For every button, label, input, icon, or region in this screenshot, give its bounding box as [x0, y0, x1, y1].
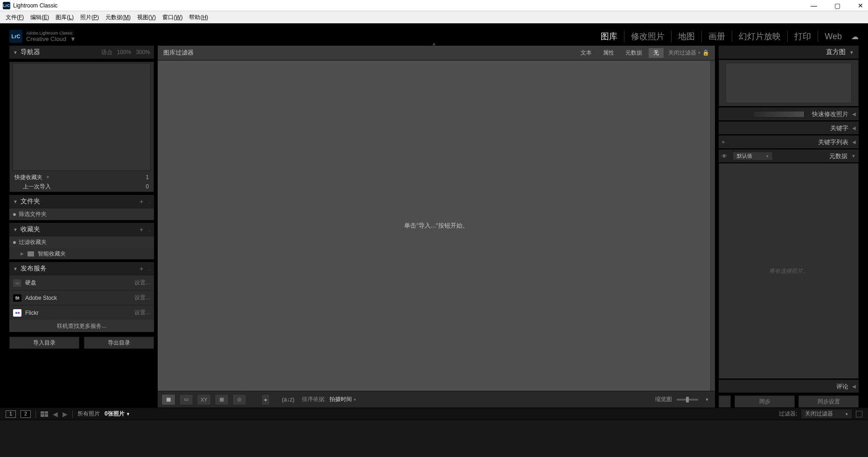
histogram-header[interactable]: 直方图 ▼ — [719, 46, 859, 59]
secondary-monitor-button[interactable]: 2 — [21, 410, 31, 418]
close-button[interactable]: ✕ — [856, 2, 865, 9]
collections-header[interactable]: ▼ 收藏夹 +. — [9, 223, 154, 236]
quick-develop-header[interactable]: 快速修改照片 ◀ — [719, 107, 859, 120]
menu-metadata[interactable]: 元数据(M) — [103, 13, 133, 22]
module-slideshow[interactable]: 幻灯片放映 — [732, 31, 788, 42]
nav-back-icon[interactable]: ◀ — [53, 410, 58, 418]
hdd-icon: ▭ — [13, 279, 21, 287]
publish-service-flickr[interactable]: Flickr 设置... — [9, 305, 154, 320]
folders-header[interactable]: ▼ 文件夹 +. — [9, 195, 154, 208]
cloud-sync-icon[interactable]: ☁ — [851, 32, 859, 41]
menu-edit[interactable]: 编辑(E) — [28, 13, 52, 22]
nav-fwd-icon[interactable]: ▶ — [63, 410, 68, 418]
publish-service-hdd[interactable]: ▭ 硬盘 设置... — [9, 275, 154, 290]
histogram-title: 直方图 — [826, 48, 846, 56]
keywords-header[interactable]: 关键字 ◀ — [719, 121, 859, 134]
module-develop[interactable]: 修改照片 — [624, 31, 672, 42]
film-filter-select[interactable]: 关闭过滤器▾ — [801, 409, 852, 419]
thumb-size-slider[interactable] — [677, 399, 698, 401]
stock-setup[interactable]: 设置... — [134, 294, 150, 302]
keyword-list-header[interactable]: + 关键字列表 ◀ — [719, 135, 859, 148]
module-library[interactable]: 图库 — [594, 31, 624, 42]
zoom-fit[interactable]: 适合 — [101, 48, 112, 56]
flickr-setup[interactable]: 设置... — [134, 309, 150, 317]
painter-tool-button[interactable]: ● — [261, 394, 270, 405]
comments-header[interactable]: 评论 ◀ — [719, 380, 859, 393]
filter-collections-row[interactable]: 过滤收藏夹 — [9, 236, 154, 248]
metadata-preset[interactable]: 默认值▾ — [733, 152, 773, 160]
chevron-left-icon: ◀ — [852, 384, 856, 389]
identity-plate[interactable]: Adobe Lightroom Classic Creative Cloud ▼ — [26, 31, 76, 42]
filmstrip[interactable] — [0, 420, 868, 457]
hdd-setup[interactable]: 设置... — [134, 279, 150, 287]
add-folder-button[interactable]: + — [139, 198, 144, 205]
grid-view-button[interactable]: ▦ — [161, 394, 175, 405]
filter-tab-none[interactable]: 无 — [649, 48, 664, 58]
people-view-button[interactable]: ◎ — [232, 394, 246, 405]
module-book[interactable]: 画册 — [702, 31, 732, 42]
window-titlebar: LrC Lightroom Classic — ▢ ✕ — [0, 0, 868, 11]
sync-button[interactable]: 同步 — [735, 395, 795, 408]
menu-window[interactable]: 窗口(W) — [160, 13, 185, 22]
filter-lock-button[interactable] — [856, 411, 862, 417]
module-print[interactable]: 打印 — [788, 31, 818, 42]
module-map[interactable]: 地图 — [672, 31, 702, 42]
filter-tab-meta[interactable]: 元数据 — [621, 48, 647, 58]
add-collection While-button[interactable]: + — [139, 226, 144, 233]
comments-title: 评论 — [836, 382, 848, 391]
folders-title: 文件夹 — [21, 197, 40, 206]
navigator-preview: 快捷收藏夹 + 1 上一次导入 0 — [9, 62, 154, 192]
window-title: Lightroom Classic — [13, 2, 57, 9]
lock-icon[interactable]: 🔒 — [702, 49, 709, 56]
survey-view-button[interactable]: ▦ — [215, 394, 229, 405]
publish-service-stock[interactable]: St Adobe Stock 设置... — [9, 290, 154, 305]
grid-icon[interactable] — [41, 411, 48, 417]
filter-folders-row[interactable]: 筛选文件夹 — [9, 208, 154, 220]
sort-dir-icon[interactable]: (a↓z) — [282, 396, 294, 403]
catalog-last-import[interactable]: 上一次导入 0 — [10, 181, 154, 192]
find-more-services[interactable]: 联机查找更多服务... — [9, 320, 154, 332]
loupe-view-button[interactable]: ▭ — [179, 394, 193, 405]
add-publish-button[interactable]: + — [139, 265, 144, 272]
zoom-100[interactable]: 100% — [117, 49, 132, 55]
last-import-count: 0 — [146, 183, 149, 190]
minimize-button[interactable]: — — [809, 2, 819, 9]
smart-collections-row[interactable]: ▶ 智能收藏夹 — [9, 248, 154, 259]
film-filter-label: 过滤器: — [779, 410, 797, 418]
menu-view[interactable]: 视图(V) — [134, 13, 159, 22]
source-label[interactable]: 所有照片 — [77, 410, 100, 418]
close-filter-label[interactable]: 关闭过滤器 — [668, 49, 696, 57]
quick-collection-count protested-count: 1 — [146, 174, 149, 180]
eye-icon[interactable]: 👁 — [721, 153, 727, 159]
menu-library[interactable]: 图库(L) — [53, 13, 77, 22]
canvas-scrollbar[interactable] — [710, 61, 715, 391]
menu-photo[interactable]: 照片(P) — [77, 13, 102, 22]
collapse-header-icon[interactable]: ▲ — [432, 41, 436, 46]
primary-monitor-button[interactable]: 1 — [6, 410, 16, 418]
sort-value[interactable]: 拍摄时间 ▾ — [329, 395, 356, 403]
export-catalog-button[interactable]: 导出目录 — [84, 337, 154, 349]
zoom-300[interactable]: 300% — [136, 49, 150, 55]
add-keyword-button[interactable]: + — [721, 138, 725, 145]
catalog-quick-collection[interactable]: 快捷收藏夹 + 1 — [10, 172, 154, 182]
filter-tab-text[interactable]: 文本 — [576, 48, 596, 58]
photo-count[interactable]: 0张照片 ▼ — [105, 410, 130, 418]
toolbar-menu-icon[interactable]: ▼ — [703, 395, 711, 404]
compare-view-button[interactable]: XY — [197, 394, 211, 405]
sync-settings-button[interactable]: 同步设置 — [798, 395, 859, 408]
publish-header[interactable]: ▼ 发布服务 +. — [9, 262, 154, 275]
menu-file[interactable]: 文件(F) — [3, 13, 27, 22]
quick-develop-title: 快速修改照片 — [812, 110, 848, 118]
empty-hint: 单击"导入..."按钮开始。 — [404, 222, 468, 230]
module-web[interactable]: Web — [818, 32, 848, 42]
sync-toggle[interactable] — [719, 395, 731, 408]
menu-help[interactable]: 帮助(H) — [186, 13, 211, 22]
navigator-header[interactable]: ▼ 导航器 适合 100% 300% — [9, 46, 154, 59]
metadata-header[interactable]: 👁 默认值▾ 元数据 ▼ — [719, 149, 859, 162]
maximize-button[interactable]: ▢ — [833, 2, 842, 9]
chevron-down-icon: ▼ — [851, 153, 856, 159]
filter-tab-attr[interactable]: 属性 — [598, 48, 619, 58]
chevron-left-icon: ◀ — [852, 125, 856, 131]
import-catalog-button[interactable]: 导入目录 — [9, 337, 79, 349]
keywords-title: 关键字 — [830, 124, 848, 132]
